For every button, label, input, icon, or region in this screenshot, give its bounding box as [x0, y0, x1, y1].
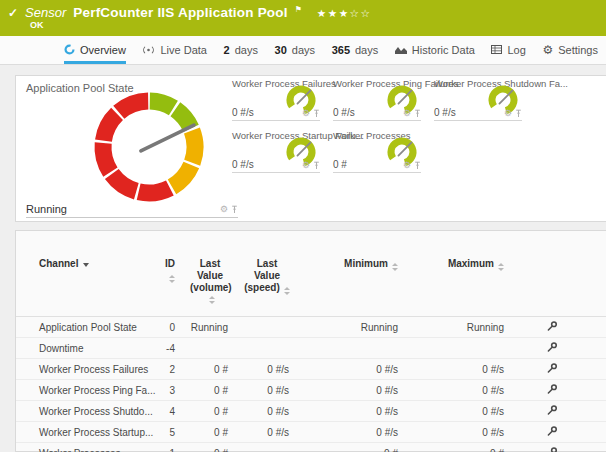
tab-bar: OverviewLive Data2days30days365daysHisto…	[0, 36, 606, 65]
edit-channel-icon[interactable]	[546, 446, 558, 452]
tab-historic-data[interactable]: Historic Data	[395, 36, 475, 64]
tab-30-days[interactable]: 30days	[275, 36, 316, 64]
gear-icon[interactable]: ⚙	[220, 205, 228, 214]
cell-min: 0 #/s	[290, 401, 400, 422]
small-gauge[interactable]: Worker Process Startup Failu... 0 #/s ⚙	[232, 130, 320, 173]
gear-icon[interactable]: ⚙	[302, 109, 310, 118]
sensor-title: PerfCounter IIS Application Pool	[73, 5, 287, 20]
channel-table: ChannelIDLast Value(volume)Last Value(sp…	[16, 231, 606, 452]
cell-id: 0	[156, 317, 178, 338]
cell-channel: Worker Process Startup...	[16, 422, 156, 443]
table-row: Application Pool State0RunningRunningRun…	[16, 317, 606, 338]
cell-last_volume: 0 #	[178, 359, 230, 380]
edit-channel-icon[interactable]	[546, 320, 558, 332]
edit-channel-icon[interactable]	[546, 404, 558, 416]
tab-label: Overview	[80, 44, 126, 56]
pin-icon[interactable]	[313, 109, 320, 118]
cell-channel: Worker Processes	[16, 443, 156, 452]
priority-flag-icon[interactable]: ⚑	[295, 5, 302, 14]
pin-icon[interactable]	[231, 205, 238, 214]
gauge-action-icons: ⚙	[504, 109, 522, 118]
small-gauge[interactable]: Worker Process Failures 0 #/s ⚙	[232, 78, 320, 121]
table-row: Worker Process Startup...50 #0 #/s0 #/s0…	[16, 422, 606, 443]
cell-max: 0 #	[400, 443, 506, 452]
small-gauge[interactable]: Worker Process Shutdown Fa... 0 #/s ⚙	[434, 78, 522, 121]
cell-last_volume: Running	[178, 317, 230, 338]
cell-actions	[506, 338, 606, 359]
tab-label: days	[292, 44, 315, 56]
small-gauges-grid: Worker Process Failures 0 #/s ⚙Worker Pr…	[232, 78, 604, 196]
sort-icon	[498, 263, 504, 271]
column-header-min[interactable]: Minimum	[290, 231, 400, 317]
edit-channel-icon[interactable]	[546, 362, 558, 374]
live-data-icon	[142, 45, 155, 55]
sensor-header: ✓ Sensor PerfCounter IIS Application Poo…	[0, 0, 606, 36]
settings-icon: ⚙	[542, 43, 553, 57]
cell-last_volume: 0 #	[178, 422, 230, 443]
cell-min: Running	[290, 317, 400, 338]
cell-last_speed: 0 #/s	[230, 422, 290, 443]
tab-overview[interactable]: Overview	[64, 36, 126, 64]
cell-min: 0 #	[290, 443, 400, 452]
cell-min: 0 #/s	[290, 359, 400, 380]
table-row: Worker Processes10 #0 #0 #	[16, 443, 606, 452]
gear-icon[interactable]: ⚙	[504, 109, 512, 118]
cell-last_speed: 0 #/s	[230, 401, 290, 422]
priority-stars[interactable]: ★★★☆☆	[317, 7, 372, 19]
tab-label: Historic Data	[412, 44, 475, 56]
pin-icon[interactable]	[515, 109, 522, 118]
sort-icon	[169, 275, 175, 283]
cell-last_volume: 0 #	[178, 380, 230, 401]
edit-channel-icon[interactable]	[546, 425, 558, 437]
gear-icon[interactable]: ⚙	[302, 161, 310, 170]
historic-data-icon	[395, 45, 407, 55]
column-header-last_speed[interactable]: Last Value(speed)	[230, 231, 290, 317]
sort-icon	[392, 263, 398, 271]
cell-max	[400, 338, 506, 359]
cell-id: 1	[156, 443, 178, 452]
edit-channel-icon[interactable]	[546, 383, 558, 395]
cell-last_volume	[178, 338, 230, 359]
cell-channel: Downtime	[16, 338, 156, 359]
tab-label: Log	[507, 44, 525, 56]
small-gauge-value: 0 #	[333, 159, 347, 170]
gauge-action-icons: ⚙	[302, 109, 320, 118]
cell-actions	[506, 422, 606, 443]
tab-label: Live Data	[160, 44, 206, 56]
pin-icon[interactable]	[414, 109, 421, 118]
small-gauge-value: 0 #/s	[232, 107, 254, 118]
cell-id: 5	[156, 422, 178, 443]
cell-max: 0 #/s	[400, 401, 506, 422]
tab-2-days[interactable]: 2days	[224, 36, 258, 64]
tab-log[interactable]: Log	[491, 36, 525, 64]
gear-icon[interactable]: ⚙	[403, 161, 411, 170]
main-gauge-status: Running	[26, 203, 67, 215]
column-header-id[interactable]: ID	[156, 231, 178, 317]
tab-settings[interactable]: ⚙Settings	[542, 36, 598, 64]
tab-365-days[interactable]: 365days	[332, 36, 379, 64]
cell-min: 0 #/s	[290, 380, 400, 401]
column-header-last_volume[interactable]: Last Value(volume)	[178, 231, 230, 317]
ok-check-icon: ✓	[8, 6, 18, 20]
column-header-max[interactable]: Maximum	[400, 231, 506, 317]
small-gauge[interactable]: Worker Process Ping Failures 0 #/s ⚙	[333, 78, 421, 121]
cell-id: -4	[156, 338, 178, 359]
cell-id: 3	[156, 380, 178, 401]
edit-channel-icon[interactable]	[546, 341, 558, 353]
gear-icon[interactable]: ⚙	[403, 109, 411, 118]
cell-last_speed: 0 #/s	[230, 359, 290, 380]
small-gauge[interactable]: Worker Processes 0 # ⚙	[333, 130, 421, 173]
tab-live-data[interactable]: Live Data	[142, 36, 206, 64]
cell-min: 0 #/s	[290, 422, 400, 443]
channel-table-head: ChannelIDLast Value(volume)Last Value(sp…	[16, 231, 606, 317]
cell-last_speed	[230, 317, 290, 338]
gauge-action-icons: ⚙	[403, 109, 421, 118]
small-gauge-value: 0 #/s	[232, 159, 254, 170]
pin-icon[interactable]	[414, 161, 421, 170]
table-row: Downtime-4	[16, 338, 606, 359]
pin-icon[interactable]	[313, 161, 320, 170]
cell-max: Running	[400, 317, 506, 338]
column-header-channel[interactable]: Channel	[16, 231, 156, 317]
table-row: Worker Process Ping Fa...30 #0 #/s0 #/s0…	[16, 380, 606, 401]
channel-table-body: Application Pool State0RunningRunningRun…	[16, 317, 606, 452]
